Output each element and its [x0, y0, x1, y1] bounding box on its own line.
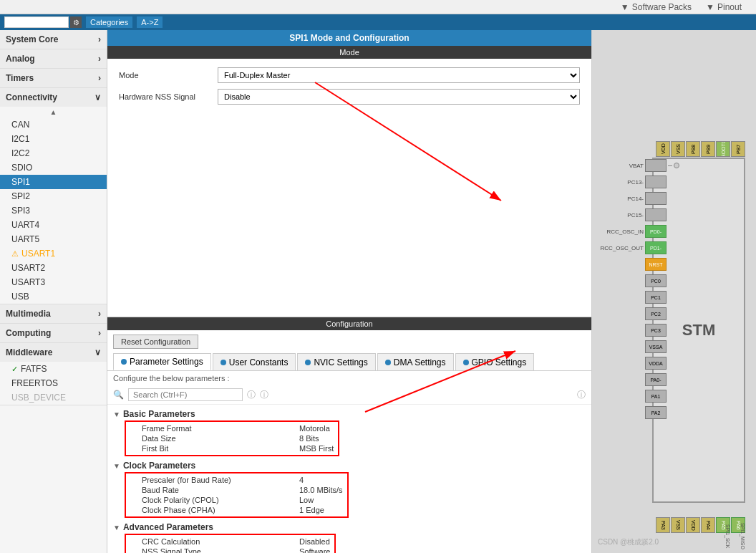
param-row-crc: CRC Calculation Disabled	[130, 537, 330, 547]
basic-params-box: Frame Format Motorola Data Size 8 Bits F…	[125, 420, 339, 456]
param-group-advanced-header[interactable]: ▼ Advanced Parameters	[113, 521, 586, 534]
tab-dma-settings[interactable]: DMA Settings	[377, 353, 454, 370]
pin-pa3-bottom[interactable]: PA3	[656, 517, 670, 533]
sidebar-item-usb[interactable]: USB	[0, 289, 107, 304]
sidebar-header-system-core[interactable]: System Core ›	[0, 30, 107, 49]
nss-select[interactable]: Disable Enable	[218, 89, 580, 105]
sidebar-item-i2c1[interactable]: I2C1	[0, 132, 107, 146]
top-pins-row: VDD VSS PB8 PB9 BOOT0 PB7	[656, 141, 745, 157]
software-packs-nav[interactable]: ▼ Software Packs	[621, 2, 692, 12]
pin-row-pa0: PA0-	[599, 372, 679, 388]
sidebar-item-spi3[interactable]: SPI3	[0, 203, 107, 218]
sidebar-item-uart5[interactable]: UART5	[0, 232, 107, 246]
param-value-cpha: 1 Edge	[299, 506, 324, 514]
info-icon-2[interactable]: ⓘ	[260, 389, 268, 401]
pin-label-pc13: PC13-	[599, 179, 644, 186]
sidebar-header-multimedia[interactable]: Multimedia ›	[0, 304, 107, 323]
pin-row-pa1: PA1	[599, 388, 679, 404]
sidebar-item-sdio[interactable]: SDIO	[0, 160, 107, 175]
analog-arrow: ›	[98, 54, 101, 64]
pin-vss-bottom[interactable]: VSS	[671, 517, 685, 533]
mode-select[interactable]: Full-Duplex Master Half-Duplex Master Re…	[218, 67, 580, 83]
tab-nvic-settings[interactable]: NVIC Settings	[297, 353, 375, 370]
sidebar-header-middleware[interactable]: Middleware ∨	[0, 343, 107, 362]
pin-box-pc14[interactable]	[645, 192, 667, 205]
param-row-cpha: Clock Phase (CPHA) 1 Edge	[130, 505, 343, 515]
pin-row-vdda: VDDA	[599, 355, 679, 371]
info-icon-3[interactable]: ⓘ	[577, 389, 586, 401]
sidebar: System Core › Analog › Timers ›	[0, 30, 107, 553]
sidebar-header-timers[interactable]: Timers ›	[0, 69, 107, 87]
pin-box-pc0[interactable]: PC0	[645, 274, 667, 287]
basic-group-label: Basic Parameters	[123, 409, 195, 419]
pin-box-pa1[interactable]: PA1	[645, 390, 667, 403]
pin-vdd-top[interactable]: VDD	[656, 141, 670, 157]
pin-pb8-top[interactable]: PB8	[686, 141, 700, 157]
tab-dot	[220, 360, 226, 365]
pin-box-nrst[interactable]: NRST	[645, 258, 667, 271]
tab-categories[interactable]: Categories	[86, 16, 132, 28]
pin-box-pc13[interactable]	[645, 175, 667, 188]
pin-row-vbat: VBAT	[599, 158, 679, 173]
pin-label-pc15: PC15-	[599, 212, 644, 218]
param-group-basic-header[interactable]: ▼ Basic Parameters	[113, 408, 586, 420]
sidebar-item-uart4[interactable]: UART4	[0, 218, 107, 232]
config-search-bar: 🔍 ⓘ ⓘ ⓘ	[107, 385, 591, 405]
scroll-up[interactable]: ▲	[0, 107, 107, 117]
top-nav-bar: ▼ Software Packs ▼ Pinout	[0, 0, 756, 14]
sidebar-item-fatfs[interactable]: ✓ FATFS	[0, 362, 107, 376]
pinout-arrow: ▼	[706, 2, 714, 12]
sidebar-item-usart3[interactable]: USART3	[0, 275, 107, 289]
sidebar-item-spi1[interactable]: SPI1	[0, 175, 107, 189]
sidebar-item-usart1[interactable]: ⚠ USART1	[0, 246, 107, 261]
pin-box-pc2[interactable]: PC2	[645, 307, 667, 320]
pin-box-vssa[interactable]: VSSA	[645, 340, 667, 353]
sidebar-item-freertos[interactable]: FREERTOS	[0, 376, 107, 390]
pin-box-pc1[interactable]: PC1	[645, 291, 667, 304]
search-input[interactable]	[4, 16, 69, 28]
pin-row-nrst: NRST	[599, 256, 679, 272]
pin-box-pa0[interactable]: PA0-	[645, 373, 667, 386]
pin-vss-top[interactable]: VSS	[671, 141, 685, 157]
sidebar-header-analog[interactable]: Analog ›	[0, 49, 107, 68]
sidebar-header-computing[interactable]: Computing ›	[0, 324, 107, 342]
sidebar-item-usart2[interactable]: USART2	[0, 261, 107, 275]
pin-boot0-top[interactable]: BOOT0	[716, 141, 730, 157]
config-search-input[interactable]	[128, 388, 243, 401]
tab-dot	[305, 360, 311, 365]
pin-box-pa2[interactable]: PA2	[645, 406, 667, 419]
pin-box-vdda[interactable]: VDDA	[645, 357, 667, 370]
sidebar-item-i2c2[interactable]: I2C2	[0, 146, 107, 160]
tab-user-constants[interactable]: User Constants	[213, 353, 296, 370]
search-icon: 🔍	[113, 390, 124, 400]
sidebar-header-connectivity[interactable]: Connectivity ∨	[0, 88, 107, 107]
tab-gpio-settings[interactable]: GPIO Settings	[455, 353, 535, 370]
pin-pb7-top[interactable]: PB7	[731, 141, 745, 157]
pin-box-pd0[interactable]: PD0-	[645, 225, 667, 238]
tab-az[interactable]: A->Z	[137, 16, 163, 28]
timers-label: Timers	[6, 73, 34, 83]
pin-pa4-bottom[interactable]: PA4	[701, 517, 715, 533]
sidebar-item-can[interactable]: CAN	[0, 117, 107, 132]
pin-row-pc1: PC1	[599, 289, 679, 305]
pin-vdd-bottom[interactable]: VDD	[686, 517, 700, 533]
sidebar-section-connectivity: Connectivity ∨ ▲ CAN I2C1 I2C2 SDIO SPI1	[0, 88, 107, 304]
param-name-first-bit: First Bit	[142, 444, 299, 453]
param-tree: ▼ Basic Parameters Frame Format Motorola…	[107, 405, 591, 553]
sidebar-item-spi2[interactable]: SPI2	[0, 189, 107, 203]
pin-box-vbat[interactable]	[645, 159, 667, 172]
pin-pb9-top[interactable]: PB9	[701, 141, 715, 157]
info-icon-1[interactable]: ⓘ	[247, 389, 256, 401]
sidebar-item-usb-device[interactable]: USB_DEVICE	[0, 390, 107, 405]
gear-button[interactable]: ⚙	[70, 16, 82, 28]
param-group-clock-header[interactable]: ▼ Clock Parameters	[113, 459, 586, 472]
pin-box-pc3[interactable]: PC3	[645, 324, 667, 337]
pinout-nav[interactable]: ▼ Pinout	[706, 2, 742, 12]
center-panel: SPI1 Mode and Configuration Mode Mode Fu…	[107, 30, 591, 553]
tab-parameter-settings[interactable]: Parameter Settings	[113, 353, 211, 370]
pinout-label: Pinout	[717, 2, 742, 12]
param-value-frame-format: Motorola	[299, 424, 330, 433]
pin-box-pd1[interactable]: PD1-	[645, 241, 667, 254]
reset-config-button[interactable]: Reset Configuration	[113, 335, 198, 349]
pin-box-pc15[interactable]	[645, 208, 667, 221]
